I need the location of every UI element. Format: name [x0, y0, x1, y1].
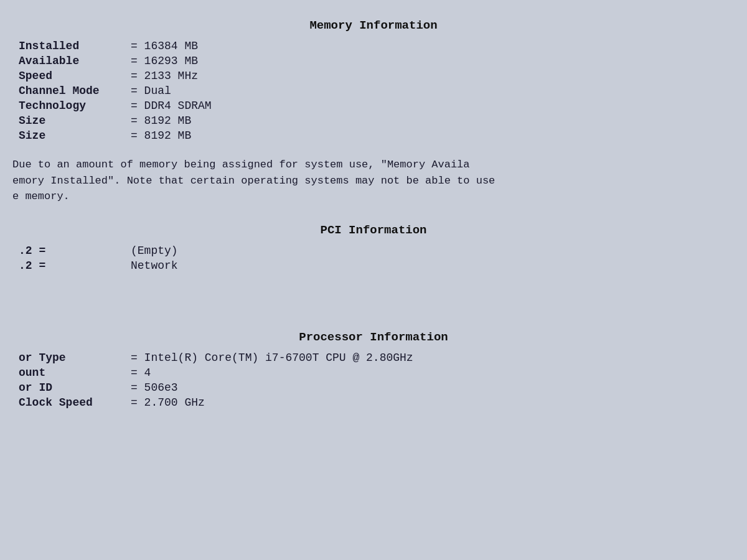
memory-note-line1: Due to an amount of memory being assigne…	[12, 157, 735, 173]
table-row: or Type = Intel(R) Core(TM) i7-6700T CPU…	[19, 352, 413, 366]
memory-speed-label: Speed	[19, 70, 131, 85]
table-row: Installed = 16384 MB	[19, 40, 212, 55]
pci-slot2-label: .2 =	[19, 259, 131, 274]
memory-section: Memory Information Installed = 16384 MB …	[12, 19, 735, 205]
memory-installed-value: = 16384 MB	[131, 40, 212, 55]
memory-note: Due to an amount of memory being assigne…	[12, 157, 735, 205]
spacer	[12, 293, 735, 330]
processor-clockspeed-value: = 2.700 GHz	[131, 396, 413, 411]
memory-available-value: = 16293 MB	[131, 55, 212, 70]
processor-section-title: Processor Information	[12, 330, 735, 344]
pci-section: PCI Information .2 = (Empty) .2 = Networ…	[12, 223, 735, 274]
memory-technology-value: = DDR4 SDRAM	[131, 100, 212, 114]
memory-size1-value: = 8192 MB	[131, 114, 212, 129]
table-row: Clock Speed = 2.700 GHz	[19, 396, 413, 411]
table-row: or ID = 506e3	[19, 381, 413, 396]
processor-type-value: = Intel(R) Core(TM) i7-6700T CPU @ 2.80G…	[131, 352, 413, 366]
page-content: Memory Information Installed = 16384 MB …	[0, 12, 747, 560]
table-row: Speed = 2133 MHz	[19, 70, 212, 85]
table-row: .2 = (Empty)	[19, 245, 178, 259]
memory-installed-label: Installed	[19, 40, 131, 55]
processor-table: or Type = Intel(R) Core(TM) i7-6700T CPU…	[19, 352, 413, 411]
memory-section-title: Memory Information	[12, 19, 735, 32]
memory-speed-value: = 2133 MHz	[131, 70, 212, 85]
table-row: Size = 8192 MB	[19, 114, 212, 129]
memory-channel-value: = Dual	[131, 85, 212, 100]
table-row: Channel Mode = Dual	[19, 85, 212, 100]
memory-available-label: Available	[19, 55, 131, 70]
memory-size1-label: Size	[19, 114, 131, 129]
processor-count-value: = 4	[131, 366, 413, 381]
pci-table: .2 = (Empty) .2 = Network	[19, 245, 178, 274]
table-row: Technology = DDR4 SDRAM	[19, 100, 212, 114]
processor-count-label: ount	[19, 366, 131, 381]
processor-clockspeed-label: Clock Speed	[19, 396, 131, 411]
pci-section-title: PCI Information	[12, 223, 735, 237]
table-row: .2 = Network	[19, 259, 178, 274]
memory-size2-label: Size	[19, 129, 131, 144]
memory-channel-label: Channel Mode	[19, 85, 131, 100]
memory-table: Installed = 16384 MB Available = 16293 M…	[19, 40, 212, 144]
pci-slot2-value: Network	[131, 259, 178, 274]
memory-note-line2: emory Installed". Note that certain oper…	[12, 173, 735, 189]
memory-technology-label: Technology	[19, 100, 131, 114]
pci-slot1-label: .2 =	[19, 245, 131, 259]
table-row: Size = 8192 MB	[19, 129, 212, 144]
memory-size2-value: = 8192 MB	[131, 129, 212, 144]
processor-section: Processor Information or Type = Intel(R)…	[12, 330, 735, 411]
processor-type-label: or Type	[19, 352, 131, 366]
pci-slot1-value: (Empty)	[131, 245, 178, 259]
processor-id-value: = 506e3	[131, 381, 413, 396]
memory-note-line3: e memory.	[12, 189, 735, 205]
processor-id-label: or ID	[19, 381, 131, 396]
table-row: ount = 4	[19, 366, 413, 381]
table-row: Available = 16293 MB	[19, 55, 212, 70]
